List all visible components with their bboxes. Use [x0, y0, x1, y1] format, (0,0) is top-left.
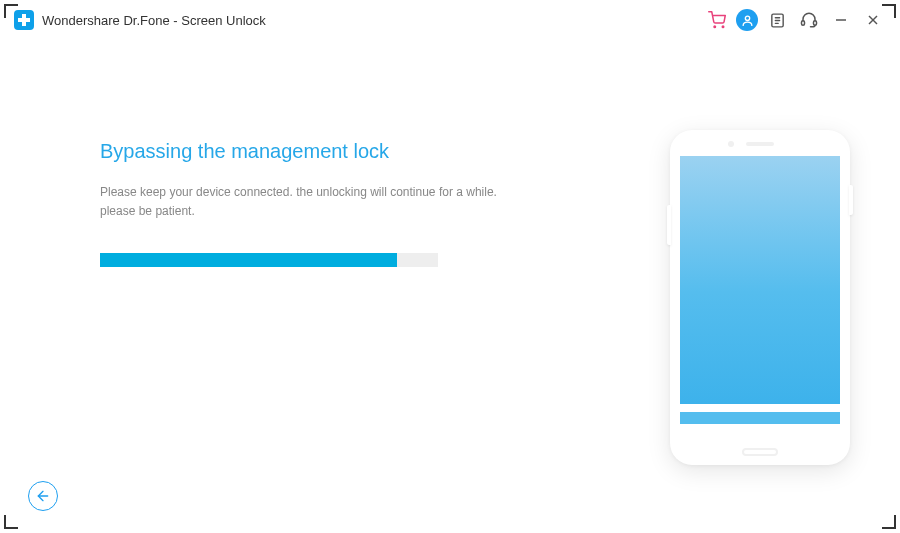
- app-title: Wondershare Dr.Fone - Screen Unlock: [42, 13, 266, 28]
- feedback-button[interactable]: [764, 7, 790, 33]
- cart-button[interactable]: [704, 7, 730, 33]
- app-logo-icon: [14, 10, 34, 30]
- svg-point-2: [745, 16, 749, 20]
- close-button[interactable]: [860, 7, 886, 33]
- svg-point-1: [722, 26, 724, 28]
- subtext-line: Please keep your device connected. the u…: [100, 185, 497, 199]
- app-window: Wondershare Dr.Fone - Screen Unlock: [0, 0, 900, 533]
- status-subtext: Please keep your device connected. the u…: [100, 183, 500, 221]
- phone-home-button: [742, 448, 778, 456]
- phone-illustration: [670, 130, 850, 465]
- svg-rect-7: [802, 21, 805, 26]
- phone-bottom-bar: [680, 412, 840, 424]
- titlebar: Wondershare Dr.Fone - Screen Unlock: [0, 0, 900, 40]
- progress-bar: [100, 253, 438, 267]
- subtext-line: please be patient.: [100, 204, 195, 218]
- phone-speaker: [746, 142, 774, 146]
- corner-mark: [4, 515, 18, 529]
- svg-point-0: [714, 26, 716, 28]
- support-button[interactable]: [796, 7, 822, 33]
- back-button[interactable]: [28, 481, 58, 511]
- corner-mark: [882, 515, 896, 529]
- main-content: Bypassing the management lock Please kee…: [0, 40, 900, 267]
- status-heading: Bypassing the management lock: [100, 140, 500, 163]
- phone-camera: [728, 141, 734, 147]
- minimize-button[interactable]: [828, 7, 854, 33]
- status-panel: Bypassing the management lock Please kee…: [100, 140, 500, 267]
- phone-volume-button: [667, 205, 671, 245]
- phone-screen: [680, 156, 840, 404]
- phone-body: [670, 130, 850, 465]
- account-button[interactable]: [736, 9, 758, 31]
- progress-fill: [100, 253, 397, 267]
- phone-power-button: [849, 185, 853, 215]
